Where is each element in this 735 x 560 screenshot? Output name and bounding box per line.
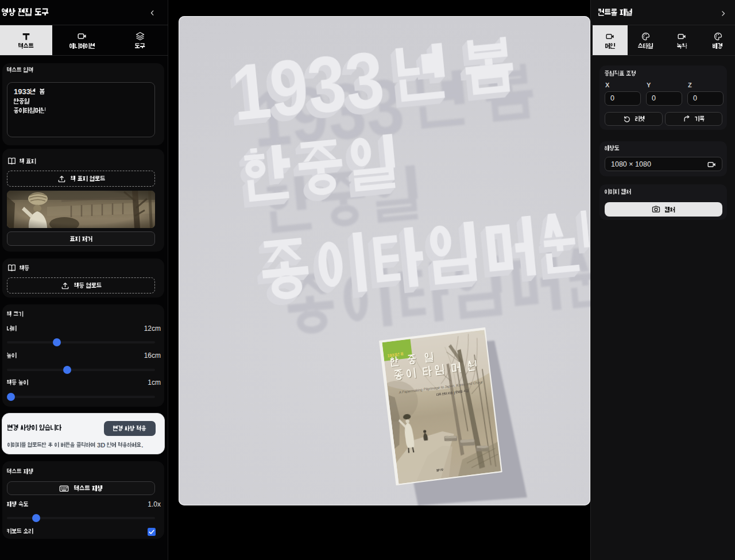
svg-text:.: . bbox=[141, 442, 143, 449]
svg-text:1933: 1933 bbox=[14, 87, 30, 96]
svg-text:3D: 3D bbox=[97, 442, 105, 449]
